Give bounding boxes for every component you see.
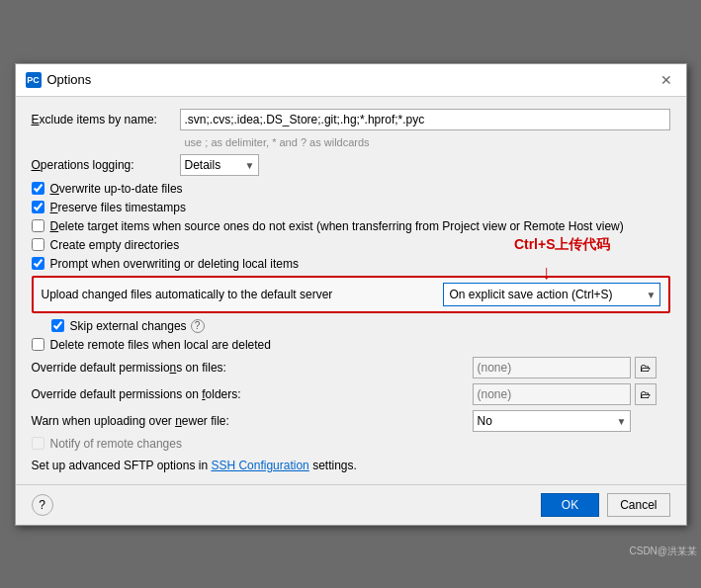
preserve-checkbox-row: Preserve files timestamps [32, 201, 670, 214]
skip-external-checkbox-row: Skip external changes ? [51, 319, 670, 333]
annotation-arrow: ↓ [542, 261, 552, 284]
cancel-button[interactable]: Cancel [607, 493, 669, 517]
upload-select-wrap: On explicit save action (Ctrl+S) Always … [443, 283, 660, 306]
preserve-label: Preserve files timestamps [50, 201, 186, 214]
exclude-row: Exclude items by name: [32, 109, 670, 130]
permissions-folders-browse-button[interactable]: 🗁 [635, 383, 657, 405]
delete-remote-label: Delete remote files when local are delet… [50, 338, 271, 352]
logging-select[interactable]: Details None Basic [180, 154, 259, 176]
title-bar: PC Options ✕ [16, 64, 686, 97]
warn-label: Warn when uploading over newer file: [32, 414, 473, 428]
overwrite-label: Overwrite up-to-date files [50, 182, 183, 196]
logging-row: Operations logging: Details None Basic ▼ [32, 154, 670, 176]
exclude-hint: use ; as delimiter, * and ? as wildcards [185, 136, 670, 148]
warn-select[interactable]: No Yes [473, 410, 631, 432]
permissions-folders-input[interactable] [473, 383, 631, 405]
ssh-config-link[interactable]: SSH Configuration [211, 459, 308, 472]
watermark: CSDN@洪某某 [630, 545, 698, 558]
dialog-content: Exclude items by name: use ; as delimite… [16, 97, 686, 484]
delete-target-label: Delete target items when source ones do … [50, 219, 624, 233]
dialog-footer: ? OK Cancel [16, 484, 686, 525]
permissions-files-right: 🗁 [473, 357, 670, 378]
logging-label: Operations logging: [32, 158, 180, 172]
warn-row: Warn when uploading over newer file: No … [32, 410, 670, 432]
ssh-config-text: Set up advanced SFTP options in SSH Conf… [32, 459, 670, 472]
prompt-overwrite-label: Prompt when overwriting or deleting loca… [50, 257, 299, 271]
app-icon: PC [26, 72, 42, 88]
notify-checkbox[interactable] [32, 437, 44, 450]
preserve-checkbox[interactable] [32, 201, 44, 213]
skip-external-help-icon[interactable]: ? [191, 319, 205, 333]
skip-external-checkbox[interactable] [51, 319, 64, 332]
help-button[interactable]: ? [32, 494, 53, 516]
upload-row: Upload changed files automatically to th… [32, 276, 670, 313]
exclude-input[interactable] [180, 109, 670, 130]
upload-select[interactable]: On explicit save action (Ctrl+S) Always … [443, 283, 660, 306]
footer-buttons: OK Cancel [541, 493, 670, 517]
prompt-overwrite-checkbox[interactable] [32, 257, 44, 270]
overwrite-checkbox-row: Overwrite up-to-date files [32, 182, 670, 196]
permissions-files-label: Override default permissions on files: [32, 361, 473, 375]
title-bar-left: PC Options [26, 72, 92, 88]
notify-label: Notify of remote changes [50, 437, 182, 451]
permissions-folders-row: Override default permissions on folders:… [32, 383, 670, 405]
prompt-overwrite-checkbox-row: Prompt when overwriting or deleting loca… [32, 257, 670, 271]
close-button[interactable]: ✕ [657, 70, 676, 90]
delete-target-checkbox[interactable] [32, 219, 44, 232]
create-empty-checkbox[interactable] [32, 238, 44, 251]
permissions-folders-label: Override default permissions on folders: [32, 387, 473, 401]
skip-external-label: Skip external changes [70, 319, 187, 333]
notify-checkbox-row: Notify of remote changes [32, 437, 670, 451]
warn-right: No Yes ▼ [473, 410, 670, 432]
exclude-label: Exclude items by name: [32, 113, 180, 126]
dialog-title: Options [47, 72, 92, 87]
create-empty-label: Create empty directories [50, 238, 180, 252]
permissions-files-input[interactable] [473, 357, 631, 378]
permissions-files-row: Override default permissions on files: 🗁 [32, 357, 670, 378]
warn-select-wrap: No Yes ▼ [473, 410, 631, 432]
logging-select-wrap: Details None Basic ▼ [180, 154, 259, 176]
upload-section: Ctrl+S上传代码 ↓ Upload changed files automa… [32, 276, 670, 313]
permissions-files-browse-button[interactable]: 🗁 [635, 357, 657, 378]
delete-remote-checkbox[interactable] [32, 338, 44, 351]
ok-button[interactable]: OK [541, 493, 599, 517]
overwrite-checkbox[interactable] [32, 182, 44, 195]
delete-remote-checkbox-row: Delete remote files when local are delet… [32, 338, 670, 352]
permissions-folders-right: 🗁 [473, 383, 670, 405]
annotation-text: Ctrl+S上传代码 [514, 236, 611, 254]
options-dialog: PC Options ✕ Exclude items by name: use … [15, 63, 687, 526]
upload-label: Upload changed files automatically to th… [42, 288, 443, 301]
delete-target-checkbox-row: Delete target items when source ones do … [32, 219, 670, 233]
